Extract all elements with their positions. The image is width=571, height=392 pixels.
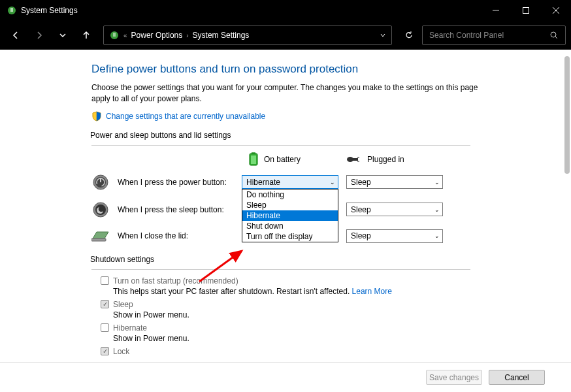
column-on-battery: On battery [248, 152, 301, 167]
recent-button[interactable] [52, 25, 73, 46]
refresh-button[interactable] [399, 25, 419, 46]
toolbar: « Power Options › System Settings Search… [0, 21, 571, 50]
titlebar: System Settings [0, 0, 571, 21]
page-description: Choose the power settings that you want … [91, 82, 483, 105]
svg-rect-5 [113, 33, 116, 37]
shield-icon [91, 111, 102, 122]
address-dropdown-icon[interactable] [380, 32, 386, 39]
chevron-down-icon: ⌄ [434, 179, 440, 186]
svg-rect-17 [100, 178, 101, 182]
chevron-icon: « [123, 32, 127, 39]
power-button-icon [91, 174, 110, 190]
sleep-option-desc: Show in Power menu. [113, 310, 483, 319]
lock-option-label: Lock [113, 347, 129, 356]
divider [91, 269, 470, 270]
section-power-sleep-title: Power and sleep buttons and lid settings [90, 131, 483, 140]
dropdown-option-do-nothing[interactable]: Do nothing [242, 189, 338, 200]
content-area: Define power buttons and turn on passwor… [0, 50, 571, 362]
sleep-button-label: When I press the sleep button: [118, 205, 234, 214]
control-panel-icon [109, 30, 120, 41]
column-plugged-in: Plugged in [346, 155, 404, 164]
search-box[interactable]: Search Control Panel [422, 25, 566, 45]
hibernate-checkbox[interactable] [101, 323, 109, 332]
scrollbar-thumb[interactable] [564, 56, 570, 174]
maximize-button[interactable] [511, 0, 541, 21]
hibernate-option-desc: Show in Power menu. [113, 334, 483, 343]
power-button-label: When I press the power button: [118, 178, 234, 187]
svg-rect-13 [357, 161, 359, 162]
lid-icon [91, 229, 110, 242]
page-heading: Define power buttons and turn on passwor… [91, 63, 483, 76]
lid-plugged-combo[interactable]: Sleep ⌄ [346, 229, 443, 243]
hibernate-option-label: Hibernate [113, 323, 147, 333]
dropdown-option-turn-off-display[interactable]: Turn off the display [242, 231, 338, 242]
address-bar[interactable]: « Power Options › System Settings [103, 25, 392, 45]
close-button[interactable] [541, 0, 571, 21]
breadcrumb-power-options[interactable]: Power Options [131, 31, 183, 40]
forward-button[interactable] [29, 25, 50, 46]
chevron-down-icon: ⌄ [434, 206, 440, 213]
power-battery-dropdown: Do nothing Sleep Hibernate Shut down Tur… [242, 189, 338, 242]
fast-startup-label: Turn on fast startup (recommended) [113, 276, 238, 286]
sleep-checkbox[interactable]: ✓ [101, 300, 109, 308]
dropdown-option-sleep[interactable]: Sleep [242, 200, 338, 210]
fast-startup-checkbox[interactable] [101, 276, 109, 285]
learn-more-link[interactable]: Learn More [352, 287, 392, 296]
dropdown-option-hibernate[interactable]: Hibernate [242, 210, 338, 221]
footer: Save changes Cancel [0, 362, 571, 392]
svg-point-10 [347, 157, 353, 162]
admin-link-row[interactable]: Change settings that are currently unava… [91, 111, 483, 122]
battery-icon [248, 152, 259, 167]
svg-rect-12 [357, 157, 359, 158]
svg-rect-9 [251, 155, 256, 164]
search-icon [549, 31, 559, 40]
change-settings-link[interactable]: Change settings that are currently unava… [106, 112, 265, 121]
breadcrumb-system-settings[interactable]: System Settings [193, 31, 250, 40]
cancel-button[interactable]: Cancel [489, 370, 545, 385]
divider [91, 145, 470, 146]
chevron-down-icon: ⌄ [330, 179, 335, 186]
svg-rect-11 [353, 158, 358, 161]
sleep-button-icon [91, 202, 110, 218]
minimize-button[interactable] [481, 0, 511, 21]
fast-startup-desc: This helps start your PC faster after sh… [113, 287, 483, 296]
chevron-right-icon: › [186, 32, 188, 39]
svg-rect-3 [523, 8, 529, 14]
svg-rect-1 [10, 8, 13, 12]
section-shutdown-title: Shutdown settings [90, 255, 483, 264]
search-placeholder: Search Control Panel [429, 31, 549, 40]
save-changes-button[interactable]: Save changes [426, 370, 482, 385]
svg-rect-2 [493, 10, 499, 10]
app-icon [7, 5, 17, 16]
chevron-down-icon: ⌄ [434, 233, 440, 239]
window-title: System Settings [21, 6, 481, 15]
plug-icon [346, 155, 362, 164]
lock-checkbox[interactable]: ✓ [101, 347, 109, 355]
sleep-option-label: Sleep [113, 300, 133, 309]
svg-point-6 [551, 32, 556, 37]
sleep-plugged-combo[interactable]: Sleep ⌄ [346, 203, 443, 216]
power-plugged-combo[interactable]: Sleep ⌄ [346, 175, 443, 189]
up-button[interactable] [76, 25, 97, 46]
dropdown-option-shutdown[interactable]: Shut down [242, 221, 338, 231]
power-battery-combo[interactable]: Hibernate ⌄ Do nothing Sleep Hibernate S… [242, 175, 338, 189]
lid-label: When I close the lid: [118, 231, 234, 240]
svg-rect-20 [91, 238, 106, 241]
back-button[interactable] [5, 25, 26, 46]
